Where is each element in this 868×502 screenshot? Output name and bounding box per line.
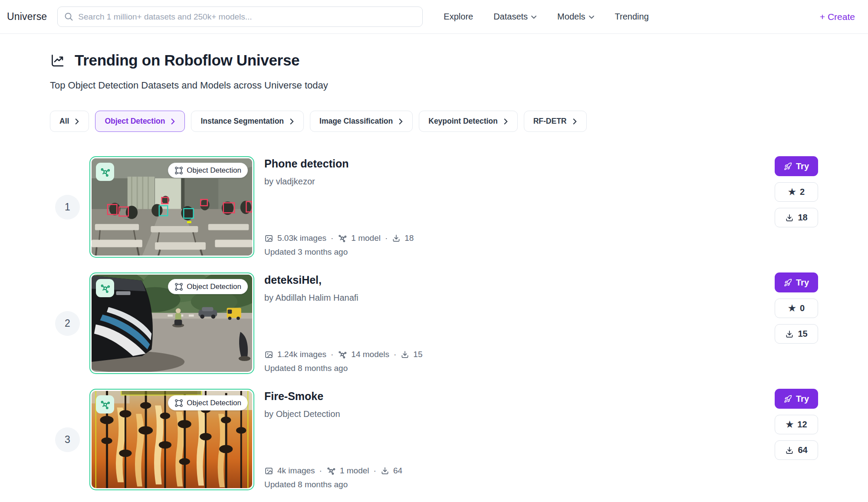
model-icon: [100, 167, 111, 177]
filter-pill-keypoint-detection[interactable]: Keypoint Detection: [419, 111, 517, 132]
chevron-right-icon: [572, 118, 577, 125]
rocket-icon: [784, 395, 792, 403]
filter-pill-rf-detr[interactable]: RF-DETR: [524, 111, 587, 132]
updated-timestamp: Updated 8 months ago: [264, 480, 766, 489]
images-icon: [264, 466, 273, 476]
download-icon: [785, 213, 794, 222]
nav-link-trending[interactable]: Trending: [615, 12, 649, 22]
star-icon: ★: [788, 187, 796, 196]
chevron-right-icon: [171, 118, 175, 125]
rocket-icon: [784, 162, 792, 171]
page-title-row: Trending on Roboflow Universe: [50, 52, 818, 69]
download-icon: [401, 350, 409, 359]
project-type-badge: Object Detection: [168, 395, 248, 410]
images-icon: [264, 350, 273, 359]
bounding-box-icon: [174, 399, 183, 407]
card-actions: Try ★ 0 15: [775, 272, 818, 374]
updated-timestamp: Updated 8 months ago: [264, 364, 766, 373]
page-title: Trending on Roboflow Universe: [75, 52, 299, 69]
search-icon: [64, 12, 73, 21]
trending-list: 1: [50, 156, 818, 490]
brand-logo[interactable]: Universe: [7, 11, 47, 23]
search-bar[interactable]: [57, 7, 423, 27]
dataset-thumbnail[interactable]: Object Detection: [89, 272, 254, 374]
try-button[interactable]: Try: [775, 272, 818, 292]
rank-badge: 2: [55, 311, 80, 336]
filter-pills: All Object Detection Instance Segmentati…: [50, 111, 818, 132]
dataset-stats: 5.03k images · 1 model · 18: [264, 233, 766, 243]
trending-card-2: 2: [50, 272, 818, 374]
rank-badge: 1: [55, 195, 80, 220]
page-subtitle: Top Object Detection Datasets and Models…: [50, 80, 818, 91]
dataset-author: by Object Detection: [264, 409, 766, 419]
trained-model-badge: [96, 279, 114, 297]
dataset-title[interactable]: deteksiHel,: [264, 274, 766, 286]
trending-card-1: 1: [50, 156, 818, 258]
model-icon: [338, 233, 347, 243]
model-icon: [100, 399, 111, 410]
try-button[interactable]: Try: [775, 156, 818, 176]
trained-model-badge: [96, 395, 114, 413]
top-nav: Universe Explore Datasets Models Trendin…: [0, 0, 868, 34]
dataset-thumbnail[interactable]: Object Detection: [89, 389, 254, 490]
try-button[interactable]: Try: [775, 389, 818, 409]
filter-pill-object-detection[interactable]: Object Detection: [95, 111, 185, 132]
chevron-right-icon: [289, 118, 294, 125]
downloads-button[interactable]: 15: [775, 324, 818, 344]
rank-badge: 3: [55, 427, 80, 452]
dataset-info: deteksiHel, by Abdillah Halim Hanafi 1.2…: [264, 272, 766, 374]
filter-pill-image-classification[interactable]: Image Classification: [310, 111, 413, 132]
project-type-badge: Object Detection: [168, 163, 248, 178]
chevron-down-icon: [531, 14, 537, 20]
dataset-info: Phone detection by vladjkezor 5.03k imag…: [264, 156, 766, 258]
chevron-down-icon: [589, 14, 595, 20]
stars-button[interactable]: ★ 12: [775, 415, 818, 434]
download-icon: [785, 330, 794, 338]
trending-chart-icon: [50, 53, 65, 68]
stars-button[interactable]: ★ 0: [775, 299, 818, 318]
bounding-box-icon: [174, 282, 183, 291]
model-icon: [326, 466, 336, 476]
project-type-badge: Object Detection: [168, 279, 248, 294]
model-icon: [338, 350, 347, 359]
search-input[interactable]: [78, 12, 416, 22]
download-icon: [785, 446, 794, 455]
card-actions: Try ★ 12 64: [775, 389, 818, 490]
downloads-button[interactable]: 64: [775, 440, 818, 460]
filter-pill-all[interactable]: All: [50, 111, 89, 132]
nav-link-explore[interactable]: Explore: [444, 12, 473, 22]
main-content: Trending on Roboflow Universe Top Object…: [0, 52, 868, 490]
rocket-icon: [784, 279, 792, 287]
model-icon: [100, 283, 111, 294]
bounding-box-icon: [174, 166, 183, 175]
dataset-title[interactable]: Phone detection: [264, 157, 766, 170]
dataset-author: by vladjkezor: [264, 177, 766, 187]
updated-timestamp: Updated 3 months ago: [264, 247, 766, 257]
chevron-right-icon: [75, 118, 79, 125]
dataset-stats: 1.24k images · 14 models · 15: [264, 350, 766, 359]
star-icon: ★: [786, 420, 793, 429]
trending-card-3: 3: [50, 389, 818, 490]
dataset-title[interactable]: Fire-Smoke: [264, 390, 766, 403]
chevron-right-icon: [398, 118, 403, 125]
download-icon: [392, 234, 401, 243]
downloads-button[interactable]: 18: [775, 208, 818, 227]
dataset-info: Fire-Smoke by Object Detection 4k images…: [264, 389, 766, 490]
nav-links: Explore Datasets Models Trending: [444, 12, 648, 22]
filter-pill-instance-segmentation[interactable]: Instance Segmentation: [191, 111, 304, 132]
nav-link-datasets[interactable]: Datasets: [493, 12, 537, 22]
images-icon: [264, 234, 273, 243]
chevron-right-icon: [503, 118, 508, 125]
create-button[interactable]: + Create: [820, 12, 855, 22]
dataset-stats: 4k images · 1 model · 64: [264, 466, 766, 476]
stars-button[interactable]: ★ 2: [775, 182, 818, 202]
dataset-author: by Abdillah Halim Hanafi: [264, 293, 766, 303]
download-icon: [381, 466, 389, 475]
card-actions: Try ★ 2 18: [775, 156, 818, 258]
trained-model-badge: [96, 163, 114, 181]
dataset-thumbnail[interactable]: Object Detection: [89, 156, 254, 258]
star-icon: ★: [788, 304, 796, 312]
nav-link-models[interactable]: Models: [557, 12, 594, 22]
